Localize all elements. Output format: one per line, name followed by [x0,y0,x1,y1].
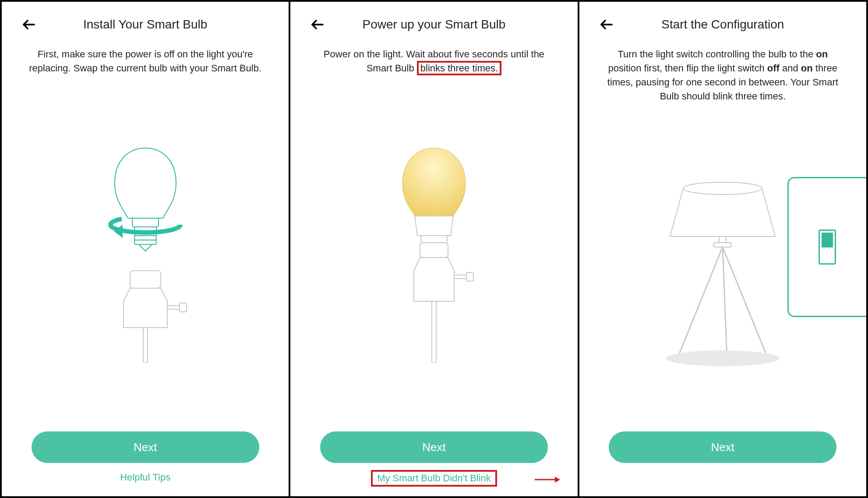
svg-rect-14 [421,236,447,243]
svg-line-25 [679,247,723,355]
helpful-tips-link[interactable]: Helpful Tips [116,470,174,485]
next-button[interactable]: Next [609,431,836,463]
screen-start-configuration: Start the Configuration Turn the light s… [579,2,866,496]
switch-icon [819,230,836,265]
svg-rect-15 [420,243,448,258]
svg-line-27 [723,247,727,359]
bulb-lit-illustration [308,84,560,423]
header: Start the Configuration [597,15,849,34]
svg-rect-16 [432,301,436,363]
bulb-install-illustration [19,84,271,423]
svg-point-28 [666,350,780,366]
screen-install-bulb: Install Your Smart Bulb First, make sure… [2,2,290,496]
svg-rect-10 [167,306,180,309]
svg-marker-20 [555,477,560,483]
page-title: Install Your Smart Bulb [39,18,252,32]
instruction-bold: on [816,49,828,60]
page-title: Start the Configuration [616,18,829,32]
header: Power up your Smart Bulb [308,15,560,34]
svg-rect-18 [466,272,473,281]
highlight-annotation-link: My Smart Bulb Didn't Blink [371,470,497,487]
page-title: Power up your Smart Bulb [327,18,540,32]
instruction-part: and [780,63,801,74]
instruction-bold: on [801,63,813,74]
svg-rect-9 [143,328,148,363]
instruction-part: Turn the light switch controlling the bu… [617,49,816,60]
highlight-annotation: blinks three times. [417,61,501,75]
svg-rect-1 [132,218,159,227]
svg-rect-4 [134,236,156,240]
svg-rect-5 [134,240,156,244]
instruction-text: First, make sure the power is off on the… [19,47,271,75]
svg-rect-8 [130,271,161,288]
light-switch-tile[interactable] [787,177,866,317]
header: Install Your Smart Bulb [19,15,271,34]
svg-line-26 [723,247,766,355]
instruction-text: Turn the light switch controlling the bu… [597,47,849,103]
svg-rect-17 [454,275,467,279]
next-button[interactable]: Next [320,431,548,463]
instruction-text: Power on the light. Wait about five seco… [308,47,560,75]
back-arrow-icon[interactable] [19,15,39,34]
svg-rect-11 [180,303,187,312]
instruction-part: position first, then flip the light swit… [608,63,767,74]
didnt-blink-link[interactable]: My Smart Bulb Didn't Blink [377,473,491,484]
instruction-bold: off [767,63,780,74]
svg-rect-24 [714,243,731,247]
svg-point-22 [683,182,762,194]
screen-power-up-bulb: Power up your Smart Bulb Power on the li… [290,2,579,496]
back-arrow-icon[interactable] [597,15,616,34]
back-arrow-icon[interactable] [308,15,327,34]
arrow-annotation-icon [534,474,560,487]
next-button[interactable]: Next [32,431,259,463]
svg-rect-23 [719,237,726,243]
switch-toggle-on [822,233,833,247]
